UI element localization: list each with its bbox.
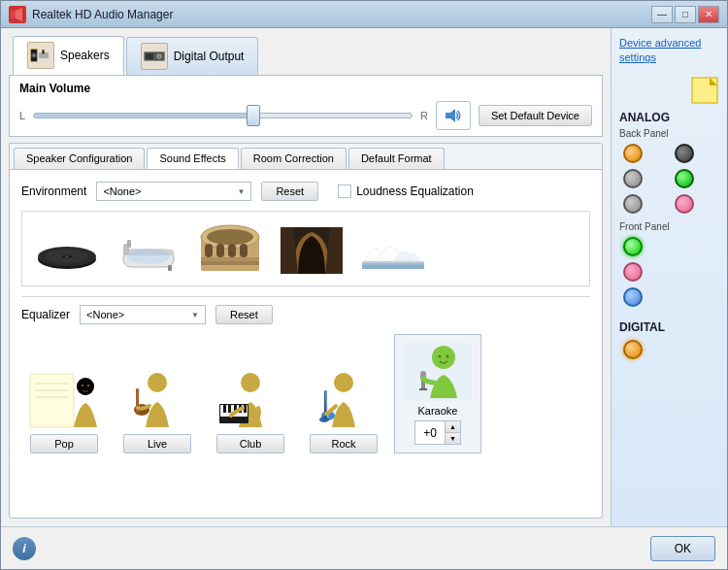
loudness-checkbox[interactable] xyxy=(338,184,351,198)
tab-default-format[interactable]: Default Format xyxy=(348,148,445,169)
back-panel-label: Back Panel xyxy=(619,128,719,139)
jack-digital-orange[interactable] xyxy=(623,340,643,359)
tab-room-correction[interactable]: Room Correction xyxy=(241,148,347,169)
karaoke-spinbox: ▲ ▼ xyxy=(445,421,460,444)
karaoke-value-control: +0 ▲ ▼ xyxy=(414,420,461,445)
live-button[interactable]: Live xyxy=(123,434,191,453)
volume-right-label: R xyxy=(420,110,428,121)
svg-rect-44 xyxy=(362,265,424,269)
eq-presets: Pop xyxy=(21,334,590,453)
tab-digital-output[interactable]: Digital Output xyxy=(126,37,259,75)
karaoke-decrement[interactable]: ▼ xyxy=(446,432,460,444)
close-button[interactable]: ✕ xyxy=(698,6,719,23)
pop-button[interactable]: Pop xyxy=(30,434,98,453)
window-title: Realtek HD Audio Manager xyxy=(32,8,651,21)
title-bar: Realtek HD Audio Manager — □ ✕ xyxy=(1,1,727,28)
eq-preset-club[interactable]: Club xyxy=(208,368,293,453)
jack-back-gray[interactable] xyxy=(623,169,643,188)
svg-point-78 xyxy=(438,355,441,358)
svg-rect-33 xyxy=(228,244,236,257)
karaoke-increment[interactable]: ▲ xyxy=(446,421,460,432)
eq-preset-pop[interactable]: Pop xyxy=(21,368,107,453)
jack-back-black[interactable] xyxy=(675,144,694,163)
environment-label: Environment xyxy=(21,184,86,198)
svg-point-74 xyxy=(432,346,455,369)
maximize-button[interactable]: □ xyxy=(675,6,696,23)
main-content: Speakers Digital Output xyxy=(1,28,727,526)
svg-rect-25 xyxy=(127,240,131,248)
tab-speakers-label: Speakers xyxy=(60,49,110,62)
eq-preset-rock[interactable]: Rock xyxy=(301,368,386,453)
rock-button[interactable]: Rock xyxy=(310,434,378,453)
svg-rect-35 xyxy=(201,257,259,261)
tab-speaker-configuration[interactable]: Speaker Configuration xyxy=(14,148,145,169)
karaoke-figure xyxy=(404,343,472,401)
equalizer-reset-button[interactable]: Reset xyxy=(215,305,273,324)
info-button[interactable]: i xyxy=(13,537,36,560)
svg-rect-42 xyxy=(362,261,424,263)
env-preset-bathroom[interactable] xyxy=(116,222,182,276)
env-preset-disc[interactable] xyxy=(34,222,100,276)
environment-row: Environment <None> ▼ Reset Loudness Equa… xyxy=(21,182,590,201)
equalizer-select[interactable]: <None> ▼ xyxy=(80,305,206,324)
device-advanced-settings-link[interactable]: Device advanced settings xyxy=(619,36,719,66)
svg-point-52 xyxy=(87,385,89,386)
svg-rect-0 xyxy=(11,11,16,18)
jack-front-blue[interactable] xyxy=(623,287,643,307)
volume-slider-thumb[interactable] xyxy=(247,105,260,126)
env-preset-opera[interactable] xyxy=(360,222,426,276)
jack-front-pink[interactable] xyxy=(623,262,643,282)
svg-rect-32 xyxy=(216,244,224,257)
analog-label: ANALOG xyxy=(619,111,719,124)
inner-tabs: Speaker Configuration Sound Effects Room… xyxy=(10,144,602,170)
svg-marker-1 xyxy=(16,8,22,21)
jack-back-pink[interactable] xyxy=(675,194,694,214)
equalizer-dropdown-arrow: ▼ xyxy=(191,311,199,319)
environment-select[interactable]: <None> ▼ xyxy=(96,182,251,201)
volume-icon[interactable] xyxy=(436,101,471,130)
club-button[interactable]: Club xyxy=(216,434,284,453)
ok-button[interactable]: OK xyxy=(650,536,715,561)
digital-section: DIGITAL xyxy=(619,320,719,359)
jack-front-green[interactable] xyxy=(623,237,643,256)
svg-rect-31 xyxy=(205,244,213,257)
svg-point-15 xyxy=(157,55,160,58)
jack-back-orange[interactable] xyxy=(623,144,643,163)
tab-sound-effects[interactable]: Sound Effects xyxy=(147,148,238,169)
front-panel-label: Front Panel xyxy=(619,221,719,232)
svg-rect-63 xyxy=(228,405,231,413)
svg-rect-27 xyxy=(168,265,172,271)
environment-reset-button[interactable]: Reset xyxy=(261,182,318,201)
speakers-icon xyxy=(27,42,54,69)
karaoke-box: Karaoke +0 ▲ ▼ xyxy=(394,334,481,453)
set-default-button[interactable]: Set Default Device xyxy=(479,105,592,126)
digital-label: DIGITAL xyxy=(619,320,719,334)
content-box: Speaker Configuration Sound Effects Room… xyxy=(9,143,603,519)
jack-back-green[interactable] xyxy=(675,169,694,188)
volume-slider[interactable] xyxy=(33,113,413,118)
svg-point-21 xyxy=(65,255,69,257)
svg-rect-80 xyxy=(692,78,717,103)
env-preset-cave[interactable] xyxy=(279,222,345,276)
svg-rect-45 xyxy=(30,374,74,427)
svg-point-67 xyxy=(334,373,353,392)
volume-title: Main Volume xyxy=(19,82,592,95)
svg-point-59 xyxy=(241,373,260,392)
eq-preset-live[interactable]: Live xyxy=(115,368,200,453)
svg-rect-2 xyxy=(22,13,24,17)
svg-point-30 xyxy=(207,229,253,245)
env-preset-colosseum[interactable] xyxy=(197,222,263,276)
right-sidebar: Device advanced settings ANALOG Back Pan… xyxy=(611,28,727,526)
sound-effects-panel: Environment <None> ▼ Reset Loudness Equa… xyxy=(10,170,602,518)
analog-section: ANALOG Back Panel Front Panel xyxy=(619,111,719,315)
svg-marker-16 xyxy=(446,109,455,122)
karaoke-label: Karaoke xyxy=(418,405,458,417)
top-tabs: Speakers Digital Output xyxy=(9,36,603,75)
svg-point-26 xyxy=(127,249,170,264)
tab-speakers[interactable]: Speakers xyxy=(13,36,124,75)
tab-digital-label: Digital Output xyxy=(174,50,245,63)
jack-back-gray2[interactable] xyxy=(623,194,643,214)
environment-dropdown-arrow: ▼ xyxy=(237,187,245,196)
svg-rect-77 xyxy=(419,388,427,390)
minimize-button[interactable]: — xyxy=(651,6,673,23)
